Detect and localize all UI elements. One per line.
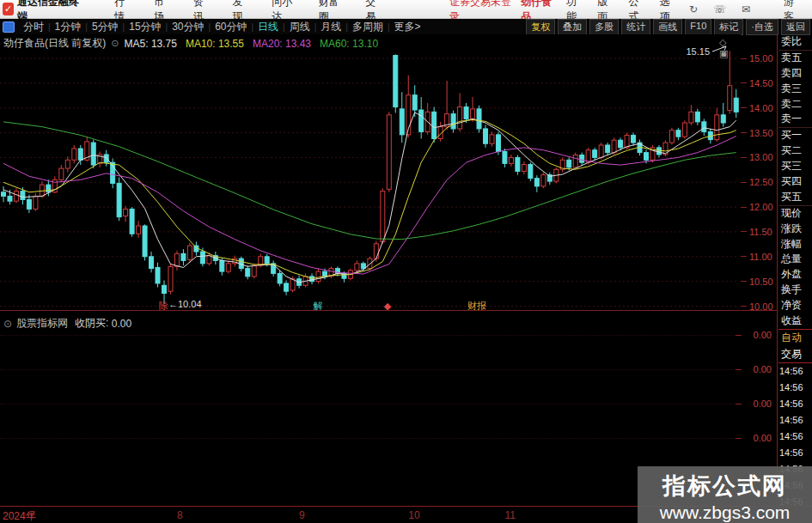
ma-legend: MA5: 13.75MA10: 13.55MA20: 13.43MA60: 13… — [125, 38, 388, 50]
timeframe-周线[interactable]: 周线 — [285, 20, 314, 34]
svg-text:15.15: 15.15 — [686, 46, 710, 57]
quote-row-外盘: 外盘 — [778, 267, 812, 283]
trade-time: 14:56 — [778, 412, 812, 429]
axis-tick — [741, 207, 747, 208]
timeframe-30分钟[interactable]: 30分钟 — [168, 20, 208, 34]
toolbar-button-·自选[interactable]: ·自选 — [746, 19, 778, 35]
toolbar-button-标记[interactable]: 标记 — [714, 19, 743, 35]
month-label-10: 10 — [408, 509, 419, 521]
indicator-title-row: ⊙ 股票指标网 收阴买: 0.00 — [3, 316, 131, 331]
quote-row-涨跌: 涨跌 — [778, 222, 812, 237]
trade-time: 14:56 — [778, 429, 812, 445]
quote-row-卖三: 卖三 — [778, 82, 812, 97]
quote-row-收益: 收益 — [778, 313, 812, 329]
timeframe-更多>[interactable]: 更多> — [390, 20, 425, 34]
toolbar-button-多股[interactable]: 多股 — [589, 19, 619, 35]
trade-time: 14:56 — [778, 396, 812, 412]
indicator-value: 0.00 — [112, 318, 131, 330]
indicator-name: 收阴买: — [75, 316, 108, 331]
tab-auto[interactable]: 自动 — [778, 329, 812, 346]
timeframe-1分钟[interactable]: 1分钟 — [51, 20, 86, 34]
ma-legend-MA10: MA10: 13.55 — [186, 38, 244, 50]
quote-row-卖二: 卖二 — [778, 97, 812, 113]
indicator-axis-tick — [736, 438, 742, 439]
dropdown-dot-icon[interactable]: ⊙ — [111, 38, 119, 49]
axis-tick — [741, 256, 747, 257]
refresh-icon[interactable]: ↻ — [689, 3, 698, 15]
toolbar-button-画线[interactable]: 画线 — [653, 19, 682, 35]
mail-icon[interactable]: ✉ — [742, 3, 750, 15]
axis-label: 13.00 — [749, 152, 773, 162]
indicator-gridline — [0, 404, 736, 404]
trade-time: 14:56 — [778, 363, 812, 380]
indicator-axis-label: 0.00 — [742, 398, 772, 409]
axis-tick — [741, 132, 747, 133]
month-label-8: 8 — [177, 509, 183, 521]
panel-divider[interactable] — [0, 310, 778, 311]
tab-trade[interactable]: 交易 — [778, 346, 812, 363]
month-label-9: 9 — [299, 509, 305, 521]
chart-canvas[interactable]: ←10.0415.15除解◆财报 — [0, 34, 741, 311]
month-label-7: 7 — [29, 509, 35, 521]
diamond-icon[interactable]: ◇ — [719, 37, 726, 47]
toolbar-button-复权[interactable]: 复权 — [526, 19, 555, 35]
chart-title: 劲仔食品(日线 前复权) — [3, 36, 106, 51]
timeframe-多周期[interactable]: 多周期 — [348, 20, 388, 34]
axis-label: 12.00 — [749, 202, 773, 212]
axis-tick — [741, 107, 747, 108]
timeframe-items: 分时|1分钟|5分钟|15分钟|30分钟|60分钟|日线|周线|月线|多周期|更… — [19, 20, 425, 34]
quote-row-净资: 净资 — [778, 298, 812, 313]
quote-row-换手: 换手 — [778, 283, 812, 298]
axis-line — [777, 34, 778, 507]
menu-icons: ↻☏✉ — [681, 3, 758, 15]
quote-row-买三: 买三 — [778, 159, 812, 174]
quote-row-现价: 现价 — [778, 206, 812, 222]
quote-row-买一: 买一 — [778, 128, 812, 143]
trade-time: 14:56 — [778, 380, 812, 396]
chart-corner-icons: ◇ ▣ — [713, 37, 741, 59]
timeframe-5分钟[interactable]: 5分钟 — [88, 20, 123, 34]
quote-row-买四: 买四 — [778, 174, 812, 190]
indicator-axis-tick — [736, 369, 742, 370]
indicator-source: 股票指标网 — [16, 316, 68, 331]
axis-tick — [741, 306, 747, 307]
timeframe-15分钟[interactable]: 15分钟 — [125, 20, 165, 34]
indicator-dot-icon[interactable]: ⊙ — [3, 318, 12, 330]
axis-label: 13.50 — [749, 128, 773, 138]
app-logo-icon: ✓ — [3, 3, 14, 15]
quote-row-涨幅: 涨幅 — [778, 237, 812, 252]
timeframe-60分钟[interactable]: 60分钟 — [211, 20, 251, 34]
timeframe-分时[interactable]: 分时 — [19, 20, 48, 34]
indicator-axis-tick — [736, 404, 742, 404]
axis-label: 14.50 — [749, 78, 773, 88]
quote-row-总量: 总量 — [778, 252, 812, 267]
timeframe-日线[interactable]: 日线 — [253, 20, 283, 34]
toolbar-button-F10[interactable]: F10 — [685, 19, 711, 35]
ma-legend-MA20: MA20: 13.43 — [253, 38, 311, 50]
indicator-axis-tick — [736, 335, 742, 336]
axis-tick — [741, 231, 747, 232]
indicator-axis-label: 0.00 — [742, 364, 772, 374]
quote-row-卖五: 卖五 — [778, 51, 812, 66]
phone-icon[interactable]: ☏ — [713, 3, 726, 15]
indicator-gridline — [0, 438, 736, 439]
ma-legend-MA60: MA60: 13.10 — [320, 38, 378, 50]
window-icon[interactable]: ▣ — [719, 48, 728, 58]
quote-row-卖四: 卖四 — [778, 66, 812, 82]
timeframe-bar: 分时|1分钟|5分钟|15分钟|30分钟|60分钟|日线|周线|月线|多周期|更… — [0, 19, 812, 34]
toolbar-button-叠加[interactable]: 叠加 — [558, 19, 587, 35]
axis-label: 12.50 — [749, 177, 773, 187]
axis-tick — [741, 157, 747, 158]
menu-bar: ✓ 通达信金融终端 行情市场资讯发现问小达财富圈交易 证券交易未登录 劲仔食品 … — [0, 0, 812, 19]
toolbar-button-返回[interactable]: 返回 — [781, 19, 810, 35]
price-axis: 15.0014.5014.0013.5013.0012.5012.0011.50… — [741, 34, 777, 311]
toolbar-buttons: 复权叠加多股统计画线F10标记·自选返回 — [523, 19, 810, 35]
candlestick-chart[interactable]: 劲仔食品(日线 前复权) ⊙ MA5: 13.75MA10: 13.55MA20… — [0, 34, 741, 311]
axis-label: 10.50 — [749, 277, 773, 287]
timeframe-月线[interactable]: 月线 — [316, 20, 345, 34]
indicator-gridline — [0, 335, 736, 336]
chart-mode-icon[interactable] — [3, 21, 15, 33]
toolbar-button-统计[interactable]: 统计 — [621, 19, 650, 35]
quote-row-买二: 买二 — [778, 143, 812, 159]
axis-label: 11.00 — [749, 252, 772, 262]
